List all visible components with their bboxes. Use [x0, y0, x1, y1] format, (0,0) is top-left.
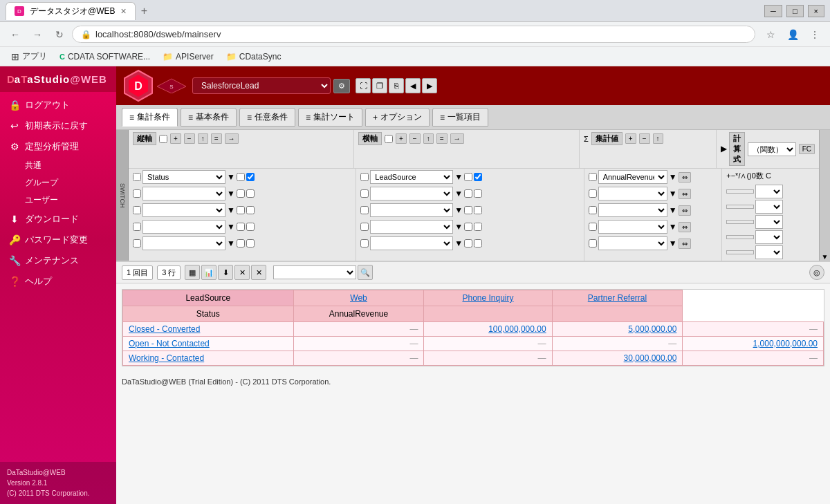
status-link-3[interactable]: Working - Contacted: [129, 353, 204, 363]
h-field-select-2[interactable]: [370, 187, 453, 200]
h-field-select-4[interactable]: [370, 220, 453, 234]
formula-function-select[interactable]: （関数）: [748, 142, 796, 156]
tab-arbitrary-condition[interactable]: ≡ 任意条件: [239, 108, 295, 127]
result-filter-select[interactable]: [273, 265, 356, 279]
v-field-select-3[interactable]: [142, 203, 225, 217]
header-web[interactable]: Web: [293, 290, 424, 306]
v-field-check-1b[interactable]: [237, 173, 245, 181]
window-close[interactable]: ×: [808, 5, 824, 17]
h-arrow-btn[interactable]: →: [450, 133, 464, 144]
formula-select-5[interactable]: [755, 245, 783, 259]
h-add-btn[interactable]: +: [396, 133, 407, 144]
v-add-btn[interactable]: +: [170, 133, 181, 144]
v-field-check-4b[interactable]: [237, 223, 245, 231]
h-field-select-3[interactable]: [370, 203, 453, 217]
v-equals-btn[interactable]: =: [211, 133, 222, 144]
back-button[interactable]: ←: [6, 25, 25, 44]
new-tab-button[interactable]: +: [136, 2, 153, 20]
bookmark-button[interactable]: ☆: [761, 25, 780, 44]
sidebar-item-group[interactable]: グループ: [19, 174, 116, 192]
header-phone-inquiry[interactable]: Phone Inquiry: [424, 290, 552, 306]
agg-field-check-3[interactable]: [589, 206, 597, 214]
h-field-check-1[interactable]: [360, 173, 369, 181]
sidebar-item-password[interactable]: 🔑 パスワード変更: [0, 230, 116, 250]
agg-add-btn[interactable]: +: [625, 133, 636, 144]
agg-field-check-1[interactable]: [589, 173, 597, 181]
apiserver-bookmark[interactable]: 📁 APIServer: [157, 50, 219, 63]
profile-button[interactable]: 👤: [783, 25, 802, 44]
sidebar-item-download[interactable]: ⬇ ダウンロード: [0, 209, 116, 230]
v-field-check-3c[interactable]: [246, 206, 255, 214]
sidebar-item-user[interactable]: ユーザー: [19, 192, 116, 209]
sidebar-item-maintenance[interactable]: 🔧 メンテナンス: [0, 250, 116, 271]
formula-select-4[interactable]: [755, 230, 783, 244]
result-table-btn[interactable]: ▦: [185, 265, 200, 280]
window-maximize[interactable]: □: [786, 5, 804, 17]
apps-bookmark[interactable]: ⊞ アプリ: [6, 49, 53, 64]
h-field-check-5c[interactable]: [474, 239, 482, 248]
agg-field-select-5[interactable]: [598, 236, 667, 250]
cell-phone-3[interactable]: 30,000,000.00: [552, 351, 683, 366]
h-field-check-2c[interactable]: [474, 189, 482, 198]
h-field-check-3b[interactable]: [464, 206, 472, 214]
tab-aggregate-condition[interactable]: ≡ 集計条件: [122, 108, 178, 127]
cell-status-2[interactable]: Open - Not Contacted: [123, 337, 294, 351]
result-filter-btn[interactable]: 🔍: [358, 265, 373, 280]
agg-up-btn[interactable]: ↑: [653, 133, 663, 144]
h-field-check-4c[interactable]: [474, 223, 482, 231]
h-field-check-1c[interactable]: [474, 173, 482, 181]
tab-close-button[interactable]: ×: [121, 6, 127, 17]
v-field-check-2b[interactable]: [237, 189, 245, 198]
expand-btn[interactable]: ⛶: [356, 78, 371, 93]
cell-web-1[interactable]: 100,000,000.00: [424, 322, 552, 337]
h-field-check-1b[interactable]: [464, 173, 472, 181]
datasource-dropdown[interactable]: SalesforceLead: [192, 77, 331, 94]
h-field-check-3[interactable]: [360, 206, 369, 214]
v-field-check-1c[interactable]: [246, 173, 255, 181]
h-field-select-5[interactable]: [370, 236, 453, 250]
formula-select-3[interactable]: [755, 215, 783, 229]
cdata-bookmark[interactable]: C CDATA SOFTWARE...: [54, 50, 156, 63]
agg-move-btn-2[interactable]: ⇔: [679, 189, 691, 199]
formula-select-1[interactable]: [755, 185, 783, 198]
datasource-settings-button[interactable]: ⚙: [333, 79, 350, 93]
agg-move-btn-1[interactable]: ⇔: [679, 172, 691, 183]
agg-remove-btn[interactable]: −: [639, 133, 650, 144]
header-phone-link[interactable]: Phone Inquiry: [462, 293, 513, 303]
v-field-check-5b[interactable]: [237, 239, 245, 248]
cell-phone-1[interactable]: 5,000,000.00: [552, 322, 683, 337]
tab-aggregate-sort[interactable]: ≡ 集計ソート: [298, 108, 362, 127]
result-download-btn[interactable]: ⬇: [218, 265, 233, 280]
v-field-check-4[interactable]: [133, 223, 141, 231]
cell-partner-2[interactable]: 1,000,000,000.00: [683, 337, 824, 351]
copy-btn[interactable]: ⎘: [389, 78, 404, 93]
agg-field-check-4[interactable]: [589, 223, 597, 231]
v-field-select-1[interactable]: Status: [142, 170, 225, 184]
v-field-check-5[interactable]: [133, 239, 141, 248]
status-link-2[interactable]: Open - Not Contacted: [129, 339, 210, 348]
forward-btn[interactable]: ▶: [422, 78, 437, 93]
menu-button[interactable]: ⋮: [805, 25, 824, 44]
horizontal-axis-check[interactable]: [385, 135, 393, 143]
result-camera-btn[interactable]: ✕: [234, 265, 250, 280]
h-remove-btn[interactable]: −: [409, 133, 421, 144]
agg-field-select-1[interactable]: AnnualRevenue: [598, 170, 667, 184]
sidebar-item-reset[interactable]: ↩ 初期表示に戻す: [0, 115, 116, 136]
sidebar-item-common[interactable]: 共通: [19, 157, 116, 174]
h-field-check-2[interactable]: [360, 189, 369, 198]
agg-field-select-2[interactable]: [598, 187, 667, 200]
v-field-check-2[interactable]: [133, 189, 141, 198]
h-field-check-2b[interactable]: [464, 189, 472, 198]
vertical-axis-check[interactable]: [159, 135, 167, 143]
refresh-button[interactable]: ↻: [50, 25, 69, 44]
header-partner-referral[interactable]: Partner Referral: [552, 290, 683, 306]
sidebar-item-help[interactable]: ❓ ヘルプ: [0, 271, 116, 292]
h-up-btn[interactable]: ↑: [423, 133, 434, 144]
agg-field-check-5[interactable]: [589, 239, 597, 248]
status-link-1[interactable]: Closed - Converted: [129, 324, 200, 334]
v-field-select-5[interactable]: [142, 236, 225, 250]
tab-basic-condition[interactable]: ≡ 基本条件: [181, 108, 237, 127]
v-up-btn[interactable]: ↑: [198, 133, 208, 144]
collapse-btn[interactable]: ❐: [372, 78, 387, 93]
address-bar[interactable]: 🔒 localhost:8080/dsweb/mainserv: [72, 26, 755, 43]
